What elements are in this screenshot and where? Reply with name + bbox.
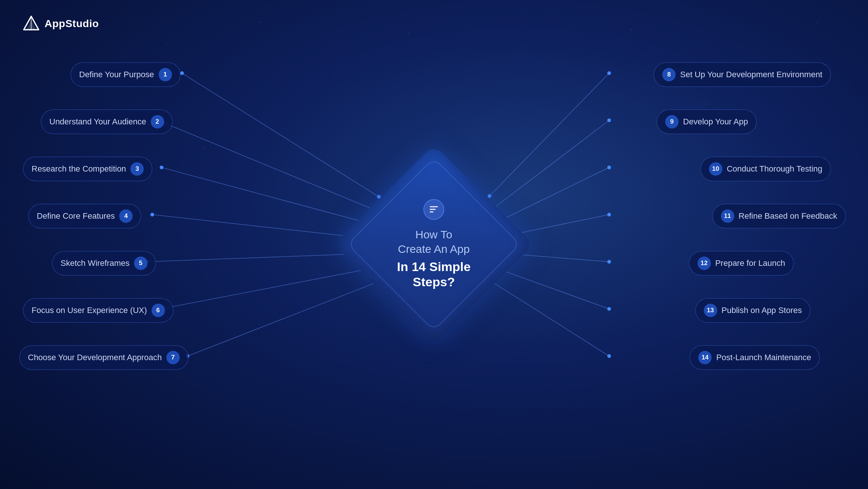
step-7-label: Choose Your Development Approach [28,353,162,362]
step-12-pill: 12 Prepare for Launch [689,251,794,276]
svg-rect-46 [430,209,436,210]
step-9-label: Develop Your App [683,117,748,127]
svg-rect-47 [430,211,433,212]
step-5-label: Sketch Wireframes [61,258,130,268]
step-8-pill: 8 Set Up Your Development Environment [654,62,831,87]
step-5-pill: Sketch Wireframes 5 [52,251,156,276]
center-diamond-container: How To Create An App In 14 Simple Steps? [352,163,516,326]
svg-rect-45 [430,206,438,207]
step-4-pill: Define Core Features 4 [28,204,141,228]
svg-line-12 [152,215,375,239]
step-10-label: Conduct Thorough Testing [727,164,822,174]
svg-point-4 [180,71,184,75]
step-3-number: 3 [130,162,144,176]
step-6-number: 6 [152,304,165,317]
step-2-pill: Understand Your Audience 2 [41,110,173,134]
svg-point-35 [607,213,611,216]
step-11-number: 11 [721,209,734,223]
step-3-label: Research the Competition [32,164,126,174]
step-2-label: Understand Your Audience [49,117,146,127]
step-1-number: 1 [159,68,172,81]
step-12-number: 12 [698,257,711,270]
step-13-number: 13 [704,304,717,317]
svg-point-26 [607,71,611,75]
step-9-number: 9 [665,115,679,128]
step-8-number: 8 [662,68,676,81]
center-title-bold: In 14 Simple Steps? [371,259,497,290]
step-14-label: Post-Launch Maintenance [716,353,811,362]
step-8-label: Set Up Your Development Environment [680,70,822,79]
svg-line-6 [158,120,377,211]
step-3-pill: Research the Competition 3 [23,157,152,181]
svg-point-10 [160,166,163,169]
center-content: How To Create An App In 14 Simple Steps? [371,199,497,290]
step-1-pill: Define Your Purpose 1 [71,62,181,87]
step-4-number: 4 [119,209,133,223]
svg-point-41 [607,307,611,311]
svg-point-13 [150,213,154,216]
step-14-number: 14 [698,351,712,364]
svg-line-18 [160,267,377,309]
step-6-label: Focus on User Experience (UX) [32,306,147,315]
step-4-label: Define Core Features [37,211,115,221]
step-11-pill: 11 Refine Based on Feedback [712,204,846,228]
step-14-pill: 14 Post-Launch Maintenance [690,345,820,370]
svg-line-15 [147,253,375,262]
step-6-pill: Focus on User Experience (UX) 6 [23,298,173,323]
step-11-label: Refine Based on Feedback [739,211,837,221]
step-2-number: 2 [151,115,164,128]
svg-point-38 [607,260,611,264]
svg-line-3 [182,73,379,197]
step-9-pill: 9 Develop Your App [657,110,757,134]
step-12-label: Prepare for Launch [715,258,785,268]
step-10-number: 10 [709,162,722,176]
logo-name: AppStudio [45,18,99,30]
step-5-number: 5 [134,257,147,270]
svg-line-9 [162,167,375,225]
svg-point-44 [607,354,611,358]
svg-line-21 [188,281,379,356]
step-13-label: Publish on App Stores [722,306,802,315]
step-7-number: 7 [166,351,180,364]
center-icon [423,199,444,220]
step-7-pill: Choose Your Development Approach 7 [19,345,188,370]
logo: AppStudio [22,15,99,33]
center-title-regular: How To Create An App [371,227,497,256]
svg-point-32 [607,166,611,169]
logo-icon [22,15,40,33]
svg-point-29 [607,118,611,122]
step-10-pill: 10 Conduct Thorough Testing [700,157,831,181]
step-1-label: Define Your Purpose [79,70,154,79]
step-13-pill: 13 Publish on App Stores [695,298,810,323]
